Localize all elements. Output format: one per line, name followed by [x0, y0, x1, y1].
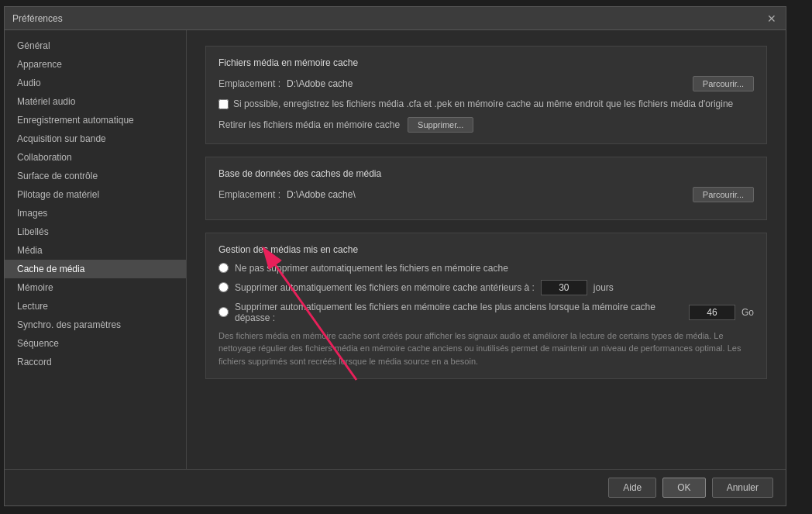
cache-database-section: Base de données des caches de média Empl…: [205, 157, 767, 220]
radio-row-1: Ne pas supprimer automatiquement les fic…: [218, 263, 754, 274]
cache-management-title: Gestion des médias mis en cache: [218, 244, 754, 255]
size-unit: Go: [741, 307, 754, 318]
sidebar-item-general[interactable]: Général: [5, 36, 186, 55]
sidebar-item-enregistrement[interactable]: Enregistrement automatique: [5, 111, 186, 129]
dialog-title: Préférences: [12, 13, 63, 24]
sidebar-item-synchro[interactable]: Synchro. des paramètres: [5, 316, 186, 334]
delete-label: Retirer les fichiers média en mémoire ca…: [218, 119, 400, 130]
cache-files-title: Fichiers média en mémoire cache: [218, 57, 754, 68]
cache-location-label: Emplacement :: [218, 78, 280, 89]
radio-delete-exceed[interactable]: [218, 307, 229, 317]
sidebar-item-apparence[interactable]: Apparence: [5, 55, 186, 74]
sidebar-item-memoire[interactable]: Mémoire: [5, 278, 186, 297]
dialog-body: GénéralApparenceAudioMatériel audioEnreg…: [5, 30, 786, 469]
size-input[interactable]: [689, 305, 735, 320]
db-location-row: Emplacement : D:\Adobe cache\ Parcourir.…: [218, 187, 754, 202]
db-location-value: D:\Adobe cache\: [287, 189, 686, 200]
cache-browse-button[interactable]: Parcourir...: [693, 76, 754, 91]
preferences-dialog: Préférences ✕ GénéralApparenceAudioMatér…: [4, 6, 786, 506]
delete-button[interactable]: Supprimer...: [408, 117, 473, 133]
cache-checkbox-label: Si possible, enregistrez les fichiers mé…: [233, 98, 733, 111]
db-location-label: Emplacement :: [218, 189, 280, 200]
delete-row: Retirer les fichiers média en mémoire ca…: [218, 117, 754, 133]
cache-database-title: Base de données des caches de média: [218, 168, 754, 179]
sidebar-item-acquisition[interactable]: Acquisition sur bande: [5, 129, 186, 148]
ok-button[interactable]: OK: [662, 478, 705, 498]
db-browse-button[interactable]: Parcourir...: [693, 187, 754, 202]
info-text: Des fichiers média en mémoire cache sont…: [218, 329, 754, 368]
sidebar-item-raccord[interactable]: Raccord: [5, 353, 186, 371]
days-unit: jours: [594, 282, 614, 293]
cache-checkbox[interactable]: [218, 99, 229, 109]
radio-row-2: Supprimer automatiquement les fichiers e…: [218, 280, 754, 295]
sidebar-item-libelles[interactable]: Libellés: [5, 223, 186, 241]
radio-delete-older[interactable]: [218, 282, 229, 292]
sidebar-item-pilotage[interactable]: Pilotage de matériel: [5, 185, 186, 204]
cache-management-section: Gestion des médias mis en cache Ne pas s…: [205, 233, 767, 380]
cache-files-section: Fichiers média en mémoire cache Emplacem…: [205, 46, 767, 144]
days-input[interactable]: [541, 280, 587, 295]
radio-delete-older-label: Supprimer automatiquement les fichiers e…: [235, 282, 535, 293]
sidebar-item-audio[interactable]: Audio: [5, 74, 186, 92]
sidebar-item-surface[interactable]: Surface de contrôle: [5, 167, 186, 185]
close-button[interactable]: ✕: [766, 12, 778, 25]
help-button[interactable]: Aide: [608, 478, 656, 498]
sidebar-item-sequence[interactable]: Séquence: [5, 334, 186, 353]
radio-row-3: Supprimer automatiquement les fichiers e…: [218, 302, 754, 323]
radio-delete-exceed-label: Supprimer automatiquement les fichiers e…: [235, 302, 683, 323]
radio-no-delete[interactable]: [218, 263, 229, 273]
main-content: Fichiers média en mémoire cache Emplacem…: [187, 30, 786, 469]
cancel-button[interactable]: Annuler: [712, 478, 773, 498]
sidebar-item-cache-media[interactable]: Cache de média: [5, 260, 186, 278]
cache-location-value: D:\Adobe cache: [287, 78, 686, 89]
sidebar-item-images[interactable]: Images: [5, 204, 186, 223]
sidebar-item-materiel-audio[interactable]: Matériel audio: [5, 92, 186, 111]
title-bar: Préférences ✕: [5, 7, 786, 30]
sidebar-item-media[interactable]: Média: [5, 241, 186, 260]
radio-no-delete-label: Ne pas supprimer automatiquement les fic…: [235, 263, 508, 274]
dialog-footer: Aide OK Annuler: [5, 469, 786, 505]
sidebar-item-lecture[interactable]: Lecture: [5, 297, 186, 316]
cache-checkbox-row: Si possible, enregistrez les fichiers mé…: [218, 98, 754, 111]
sidebar: GénéralApparenceAudioMatériel audioEnreg…: [5, 30, 187, 469]
cache-location-row: Emplacement : D:\Adobe cache Parcourir..…: [218, 76, 754, 91]
sidebar-item-collaboration[interactable]: Collaboration: [5, 148, 186, 167]
